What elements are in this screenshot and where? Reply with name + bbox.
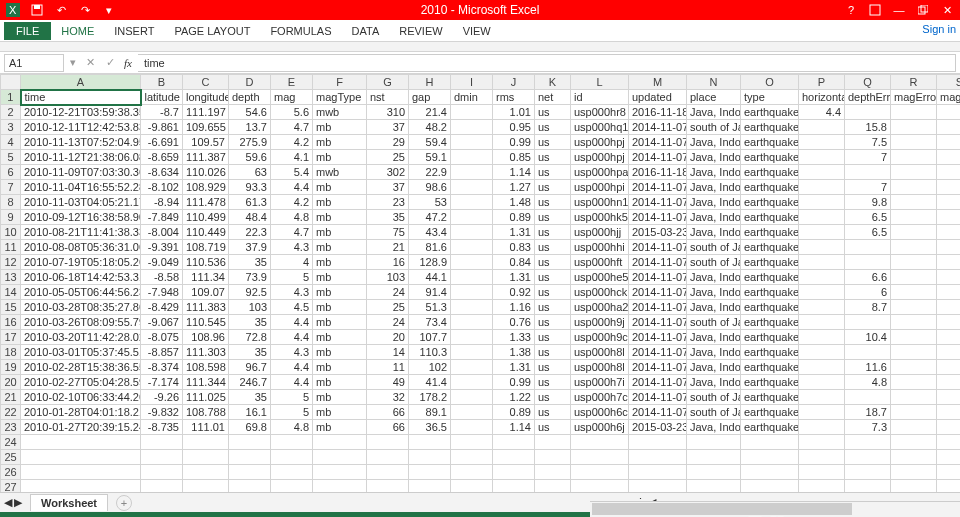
cell[interactable]: 2014-11-07 — [629, 150, 687, 165]
cell[interactable]: depthError — [845, 90, 891, 105]
row-header[interactable]: 15 — [1, 300, 21, 315]
cell[interactable] — [451, 105, 493, 120]
cell[interactable]: 48.4 — [229, 210, 271, 225]
qat-customize-icon[interactable]: ▾ — [100, 1, 118, 19]
cell[interactable] — [845, 450, 891, 465]
column-header[interactable]: P — [799, 75, 845, 90]
cell[interactable]: Java, Indo — [687, 345, 741, 360]
cell[interactable]: -9.26 — [141, 390, 183, 405]
cell[interactable]: 43.4 — [409, 225, 451, 240]
cell[interactable]: 37 — [367, 180, 409, 195]
cell[interactable] — [493, 480, 535, 493]
row-header[interactable]: 14 — [1, 285, 21, 300]
cell[interactable]: 1.31 — [493, 270, 535, 285]
cell[interactable]: 2010-09-12T16:38:58.900Z — [21, 210, 141, 225]
cell[interactable]: usp000hpi — [571, 180, 629, 195]
cell[interactable]: usp000hft — [571, 255, 629, 270]
column-header[interactable]: E — [271, 75, 313, 90]
cell[interactable] — [367, 465, 409, 480]
cell[interactable]: usp000hhi — [571, 240, 629, 255]
cell[interactable]: us — [535, 255, 571, 270]
cell[interactable]: 22.9 — [409, 165, 451, 180]
cell[interactable] — [891, 195, 937, 210]
row-header[interactable]: 13 — [1, 270, 21, 285]
cell[interactable]: us — [535, 315, 571, 330]
ribbon-display-icon[interactable] — [866, 1, 884, 19]
cell[interactable]: 1.31 — [493, 360, 535, 375]
cell[interactable]: 2010-11-09T07:03:30.360Z — [21, 165, 141, 180]
cell[interactable]: mb — [313, 180, 367, 195]
cell[interactable]: 22.3 — [229, 225, 271, 240]
cell[interactable]: -9.861 — [141, 120, 183, 135]
cell[interactable]: usp000hn1 — [571, 195, 629, 210]
cell[interactable] — [799, 300, 845, 315]
cell[interactable] — [493, 465, 535, 480]
cell[interactable] — [799, 120, 845, 135]
tab-data[interactable]: DATA — [342, 22, 390, 40]
cell[interactable]: earthquake — [741, 420, 799, 435]
cell[interactable]: 110.545 — [183, 315, 229, 330]
name-box[interactable]: A1 — [4, 54, 64, 72]
cell[interactable] — [451, 420, 493, 435]
cell[interactable]: 24 — [937, 270, 961, 285]
cell[interactable]: 2014-11-07 — [629, 330, 687, 345]
cell[interactable]: 2014-11-07 — [629, 300, 687, 315]
tab-review[interactable]: REVIEW — [389, 22, 452, 40]
cell[interactable]: 2014-11-07 — [629, 270, 687, 285]
cell[interactable] — [535, 465, 571, 480]
cell[interactable]: magError — [891, 90, 937, 105]
column-header[interactable]: K — [535, 75, 571, 90]
column-header[interactable]: M — [629, 75, 687, 90]
cell[interactable]: earthquake — [741, 195, 799, 210]
cell[interactable] — [571, 465, 629, 480]
cell[interactable]: 61.3 — [229, 195, 271, 210]
cell[interactable]: 111.303 — [183, 345, 229, 360]
cell[interactable]: 18 — [937, 375, 961, 390]
row-header[interactable]: 7 — [1, 180, 21, 195]
cell[interactable] — [451, 375, 493, 390]
cell[interactable]: 24 — [367, 285, 409, 300]
cell[interactable]: 8.7 — [845, 300, 891, 315]
cell[interactable]: usp000ha2 — [571, 300, 629, 315]
cell[interactable] — [891, 480, 937, 493]
cell[interactable]: net — [535, 90, 571, 105]
cell[interactable] — [845, 255, 891, 270]
cell[interactable]: 4 — [937, 300, 961, 315]
cell[interactable]: 63 — [229, 165, 271, 180]
cell[interactable]: 2010-11-13T07:52:04.950Z — [21, 135, 141, 150]
cell[interactable]: 108.719 — [183, 240, 229, 255]
cell[interactable]: time — [21, 90, 141, 105]
cell[interactable]: 2010-08-21T11:41:38.330Z — [21, 225, 141, 240]
cell[interactable]: 2014-11-07 — [629, 315, 687, 330]
cell[interactable]: Java, Indo — [687, 180, 741, 195]
select-all-corner[interactable] — [1, 75, 21, 90]
cell[interactable]: 2014-11-07 — [629, 255, 687, 270]
cell[interactable]: mb — [313, 345, 367, 360]
cell[interactable] — [845, 345, 891, 360]
cell[interactable] — [687, 480, 741, 493]
cell[interactable]: mb — [313, 390, 367, 405]
row-header[interactable]: 5 — [1, 150, 21, 165]
cell[interactable]: earthquake — [741, 240, 799, 255]
cell[interactable]: 108.598 — [183, 360, 229, 375]
cell[interactable]: earthquake — [741, 180, 799, 195]
cell[interactable]: 5.4 — [271, 165, 313, 180]
cell[interactable]: 6.5 — [845, 225, 891, 240]
cell[interactable]: dmin — [451, 90, 493, 105]
cell[interactable] — [799, 135, 845, 150]
cell[interactable] — [183, 450, 229, 465]
cell[interactable]: 16 — [367, 255, 409, 270]
cell[interactable]: earthquake — [741, 300, 799, 315]
cell[interactable]: mb — [313, 360, 367, 375]
cell[interactable]: 4.2 — [271, 135, 313, 150]
cell[interactable]: south of Ja — [687, 315, 741, 330]
cell[interactable]: 0.76 — [493, 315, 535, 330]
cell[interactable] — [451, 345, 493, 360]
cell[interactable]: 109.57 — [183, 135, 229, 150]
cell[interactable]: usp000h8l — [571, 360, 629, 375]
cell[interactable]: -8.94 — [141, 195, 183, 210]
row-header[interactable]: 26 — [1, 465, 21, 480]
cell[interactable]: 7.5 — [845, 135, 891, 150]
cell[interactable] — [891, 210, 937, 225]
cell[interactable] — [891, 255, 937, 270]
